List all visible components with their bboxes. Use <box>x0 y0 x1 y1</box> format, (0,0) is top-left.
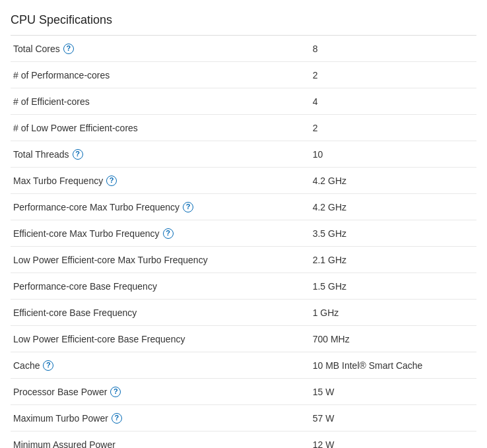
spec-label: Cache? <box>13 360 313 371</box>
table-row: Max Turbo Frequency?4.2 GHz <box>11 168 476 194</box>
cpu-spec-table: Total Cores?8# of Performance-cores2# of… <box>11 36 476 448</box>
spec-label: Performance-core Base Frequency <box>13 281 313 292</box>
spec-value: 15 W <box>313 387 474 397</box>
spec-label: Low Power Efficient-core Base Frequency <box>13 334 313 344</box>
spec-value: 700 MHz <box>313 334 474 344</box>
table-row: Low Power Efficient-core Base Frequency7… <box>11 326 476 352</box>
page-title: CPU Specifications <box>11 13 476 27</box>
table-row: Efficient-core Base Frequency1 GHz <box>11 300 476 326</box>
table-row: Cache?10 MB Intel® Smart Cache <box>11 352 476 379</box>
spec-value: 4 <box>313 96 474 107</box>
table-row: Low Power Efficient-core Max Turbo Frequ… <box>11 247 476 273</box>
spec-label: Total Cores? <box>13 44 313 54</box>
table-row: Performance-core Max Turbo Frequency?4.2… <box>11 194 476 220</box>
help-icon[interactable]: ? <box>183 202 193 212</box>
table-row: # of Performance-cores2 <box>11 62 476 88</box>
spec-label: Minimum Assured Power <box>13 439 313 449</box>
spec-value: 10 <box>313 149 474 160</box>
table-row: Efficient-core Max Turbo Frequency?3.5 G… <box>11 220 476 247</box>
spec-value: 2 <box>313 123 474 133</box>
help-icon[interactable]: ? <box>43 360 53 371</box>
help-icon[interactable]: ? <box>112 413 122 424</box>
spec-label: Total Threads? <box>13 149 313 160</box>
help-icon[interactable]: ? <box>110 387 121 397</box>
table-row: Total Cores?8 <box>11 36 476 62</box>
spec-label: Max Turbo Frequency? <box>13 176 313 186</box>
spec-label: Performance-core Max Turbo Frequency? <box>13 202 313 212</box>
help-icon[interactable]: ? <box>163 228 174 239</box>
table-row: Processor Base Power?15 W <box>11 379 476 405</box>
table-row: Total Threads?10 <box>11 141 476 168</box>
spec-value: 1 GHz <box>313 307 474 318</box>
spec-label: # of Efficient-cores <box>13 96 313 107</box>
spec-value: 1.5 GHz <box>313 281 474 292</box>
spec-label: Maximum Turbo Power? <box>13 413 313 424</box>
help-icon[interactable]: ? <box>106 176 117 186</box>
spec-label: Efficient-core Max Turbo Frequency? <box>13 228 313 239</box>
spec-value: 10 MB Intel® Smart Cache <box>313 360 474 371</box>
spec-value: 4.2 GHz <box>313 202 474 212</box>
spec-value: 12 W <box>313 439 474 449</box>
help-icon[interactable]: ? <box>63 44 74 54</box>
spec-value: 3.5 GHz <box>313 228 474 239</box>
spec-label: Processor Base Power? <box>13 387 313 397</box>
spec-value: 8 <box>313 44 474 54</box>
spec-label: Low Power Efficient-core Max Turbo Frequ… <box>13 255 313 265</box>
table-row: Maximum Turbo Power?57 W <box>11 405 476 432</box>
help-icon[interactable]: ? <box>73 149 83 160</box>
spec-value: 2 <box>313 70 474 80</box>
spec-value: 57 W <box>313 413 474 424</box>
spec-label: # of Low Power Efficient-cores <box>13 123 313 133</box>
spec-label: # of Performance-cores <box>13 70 313 80</box>
table-row: # of Efficient-cores4 <box>11 88 476 115</box>
spec-value: 4.2 GHz <box>313 176 474 186</box>
spec-value: 2.1 GHz <box>313 255 474 265</box>
spec-label: Efficient-core Base Frequency <box>13 307 313 318</box>
table-row: Minimum Assured Power12 W <box>11 432 476 448</box>
table-row: Performance-core Base Frequency1.5 GHz <box>11 273 476 300</box>
table-row: # of Low Power Efficient-cores2 <box>11 115 476 141</box>
